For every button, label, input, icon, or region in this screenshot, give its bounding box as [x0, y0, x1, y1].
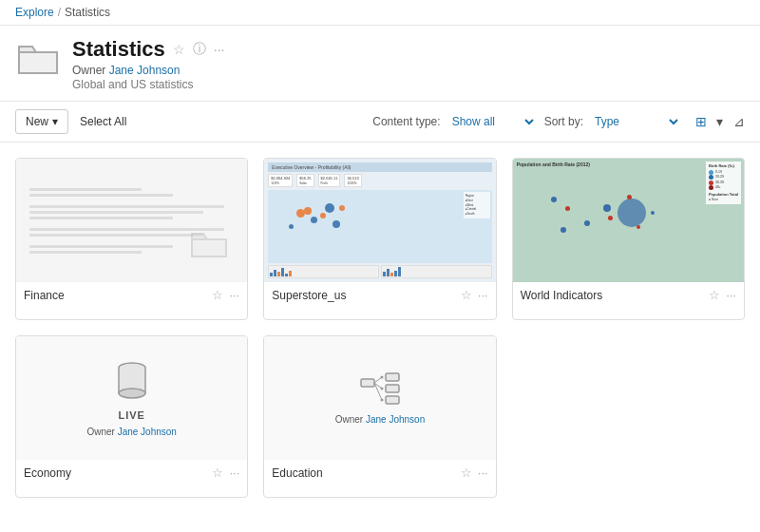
- page-title: Statistics: [72, 37, 165, 62]
- svg-line-7: [374, 377, 382, 383]
- favorite-icon[interactable]: ☆: [173, 42, 185, 57]
- education-owner: Owner Jane Johnson: [335, 414, 426, 425]
- view-toggle-chevron[interactable]: ▾: [713, 112, 726, 131]
- education-name: Education: [272, 466, 460, 480]
- live-badge: LIVE: [118, 409, 144, 421]
- world-preview: Population and Birth Rate (2012) Birth R…: [513, 159, 744, 282]
- content-type-label: Content type:: [372, 115, 440, 128]
- superstore-name: Superstore_us: [272, 289, 460, 302]
- superstore-footer: Superstore_us ☆ ···: [264, 282, 495, 308]
- world-footer: World Indicators ☆ ···: [513, 282, 744, 308]
- education-footer: Education ☆ ···: [264, 460, 495, 485]
- finance-preview: [16, 159, 247, 282]
- header-owner: Owner Jane Johnson: [72, 64, 745, 77]
- header-description: Global and US statistics: [72, 78, 745, 91]
- filter-icon[interactable]: ⊿: [733, 114, 745, 129]
- card-finance[interactable]: Finance ☆ ···: [15, 158, 248, 320]
- chevron-down-icon: ▾: [52, 115, 58, 128]
- card-superstore[interactable]: Executive Overview - Profitability (All)…: [263, 158, 496, 320]
- view-icons: ⊞ ▾: [693, 112, 726, 131]
- superstore-actions: ☆ ···: [461, 288, 488, 302]
- education-more-icon[interactable]: ···: [478, 466, 488, 480]
- info-icon[interactable]: ⓘ: [193, 41, 206, 58]
- content-grid: Finance ☆ ··· Executive Overview - Profi…: [0, 142, 760, 513]
- cylinder-icon: [116, 359, 148, 404]
- finance-name: Finance: [24, 289, 212, 302]
- education-actions: ☆ ···: [461, 466, 488, 480]
- more-options-icon[interactable]: ···: [214, 42, 225, 57]
- world-more-icon[interactable]: ···: [726, 288, 736, 302]
- breadcrumb-explore[interactable]: Explore: [15, 6, 54, 19]
- svg-rect-4: [386, 373, 399, 381]
- breadcrumb-separator: /: [58, 6, 61, 19]
- education-owner-link[interactable]: Jane Johnson: [366, 414, 425, 425]
- card-education[interactable]: Owner Jane Johnson Education ☆ ···: [263, 335, 496, 498]
- flow-icon: [359, 371, 401, 408]
- world-name: World Indicators: [521, 289, 709, 302]
- finance-more-icon[interactable]: ···: [229, 288, 239, 302]
- page-header: Statistics ☆ ⓘ ··· Owner Jane Johnson Gl…: [0, 26, 760, 102]
- svg-point-11: [380, 388, 383, 390]
- svg-rect-3: [361, 379, 374, 387]
- economy-footer: Economy ☆ ···: [16, 460, 247, 485]
- finance-actions: ☆ ···: [212, 288, 239, 302]
- sort-label: Sort by:: [544, 115, 583, 128]
- economy-more-icon[interactable]: ···: [229, 466, 239, 480]
- grid-view-icon[interactable]: ⊞: [693, 112, 710, 131]
- svg-point-2: [119, 389, 145, 398]
- sort-select[interactable]: Type Name Date modified Date created: [591, 114, 681, 129]
- svg-rect-6: [386, 396, 399, 404]
- content-type-dropdown[interactable]: Show all Workbooks Data Sources Flows: [448, 114, 537, 129]
- toolbar-right: Content type: Show all Workbooks Data So…: [372, 112, 745, 131]
- header-info: Statistics ☆ ⓘ ··· Owner Jane Johnson Gl…: [72, 37, 745, 91]
- svg-point-10: [380, 376, 383, 379]
- superstore-more-icon[interactable]: ···: [478, 288, 488, 302]
- economy-owner: Owner Jane Johnson: [86, 427, 177, 437]
- economy-favorite-icon[interactable]: ☆: [212, 466, 223, 480]
- finance-favorite-icon[interactable]: ☆: [212, 288, 223, 302]
- folder-icon-large: [15, 37, 61, 86]
- superstore-preview: Executive Overview - Profitability (All)…: [264, 159, 495, 282]
- economy-name: Economy: [24, 466, 212, 480]
- sort-dropdown[interactable]: Type Name Date modified Date created: [591, 114, 681, 129]
- content-type-select[interactable]: Show all Workbooks Data Sources Flows: [448, 114, 537, 129]
- economy-actions: ☆ ···: [212, 466, 239, 480]
- education-preview: Owner Jane Johnson: [264, 336, 495, 460]
- economy-preview: LIVE Owner Jane Johnson: [16, 336, 247, 460]
- education-favorite-icon[interactable]: ☆: [461, 466, 472, 480]
- select-all-button[interactable]: Select All: [80, 115, 126, 128]
- breadcrumb-bar: Explore / Statistics: [0, 0, 760, 26]
- card-world[interactable]: Population and Birth Rate (2012) Birth R…: [512, 158, 745, 320]
- new-button[interactable]: New ▾: [15, 109, 68, 134]
- world-favorite-icon[interactable]: ☆: [709, 288, 720, 302]
- superstore-favorite-icon[interactable]: ☆: [461, 288, 472, 302]
- card-economy[interactable]: LIVE Owner Jane Johnson Economy ☆ ···: [15, 335, 248, 498]
- economy-owner-link[interactable]: Jane Johnson: [118, 427, 177, 437]
- toolbar: New ▾ Select All Content type: Show all …: [0, 102, 760, 142]
- svg-rect-5: [386, 385, 399, 392]
- svg-point-12: [380, 399, 383, 402]
- finance-footer: Finance ☆ ···: [16, 282, 247, 308]
- breadcrumb-current: Statistics: [65, 6, 110, 19]
- world-actions: ☆ ···: [709, 288, 736, 302]
- owner-link[interactable]: Jane Johnson: [109, 64, 180, 77]
